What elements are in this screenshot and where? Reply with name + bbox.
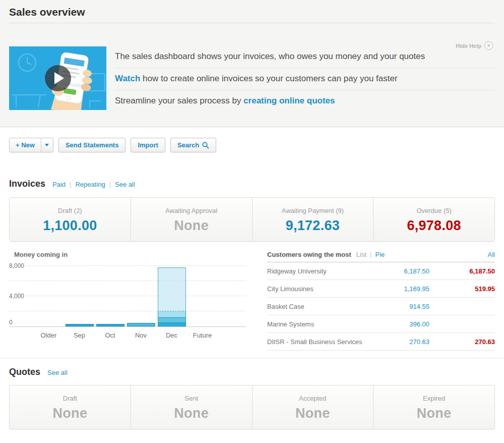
x-axis-label: Sep	[64, 331, 95, 339]
customer-overdue-amount[interactable]: 6,187.50	[429, 267, 495, 275]
creating-online-quotes-link[interactable]: creating online quotes	[243, 96, 335, 105]
quotes-see-all-link[interactable]: See all	[47, 369, 68, 376]
invoices-links: Paid | Repeating | See all	[52, 181, 135, 188]
stat-box-quotes-draft[interactable]: Draft None	[10, 385, 131, 429]
search-button-label: Search	[177, 141, 199, 149]
stat-label: Draft (2)	[10, 207, 131, 214]
customer-row[interactable]: Marine Systems 396.00	[267, 315, 495, 333]
customers-all-link[interactable]: All	[488, 251, 495, 258]
stat-box-quotes-expired[interactable]: Expired None	[373, 385, 494, 429]
help-line-1-text: The sales dashboard shows your invoices,…	[115, 51, 425, 61]
x-axis-label: Older	[33, 331, 64, 339]
stat-label: Sent	[131, 395, 252, 402]
title-divider	[9, 23, 495, 23]
stat-box-draft[interactable]: Draft (2) 1,100.00	[10, 198, 131, 241]
customer-overdue-amount[interactable]	[429, 320, 495, 328]
chart-bar-sep[interactable]	[64, 324, 95, 326]
page-title: Sales overview	[9, 0, 495, 18]
help-text-lines: The sales dashboard shows your invoices,…	[115, 46, 495, 112]
stat-label: Accepted	[253, 395, 373, 402]
video-thumbnail[interactable]: \u00a3500	[9, 46, 106, 110]
bar-segment[interactable]	[66, 324, 94, 326]
stat-box-quotes-accepted[interactable]: Accepted None	[252, 385, 373, 429]
section-divider	[0, 358, 504, 358]
bar-segment[interactable]	[158, 311, 186, 318]
chart-plot-area: 04,0008,000	[9, 260, 246, 327]
customer-name[interactable]: DIISR - Small Business Services	[267, 338, 369, 346]
customer-owing-amount[interactable]: 914.55	[369, 303, 429, 310]
help-line-3: Streamline your sales process by creatin…	[115, 90, 495, 112]
stat-value: None	[373, 406, 494, 421]
invoices-title: Invoices	[9, 179, 45, 189]
stat-value: 9,172.63	[253, 218, 373, 234]
stat-label: Overdue (5)	[373, 207, 494, 214]
customer-overdue-amount[interactable]	[429, 303, 495, 310]
top-band: Sales overview Hide Help ×	[0, 0, 504, 127]
stat-box-awaiting-payment[interactable]: Awaiting Payment (9) 9,172.63	[252, 198, 373, 241]
customer-overdue-amount[interactable]: 270.63	[429, 338, 495, 346]
bar-segment[interactable]	[127, 323, 155, 326]
send-statements-button[interactable]: Send Statements	[58, 138, 125, 152]
hide-help-label[interactable]: Hide Help	[456, 43, 481, 49]
stat-value: None	[131, 406, 252, 421]
customer-overdue-amount[interactable]: 519.95	[429, 285, 495, 293]
help-panel: \u00a3500 The sales dashboard shows your…	[9, 46, 495, 112]
chart-bars	[9, 268, 246, 326]
customer-row[interactable]: City Limousines 1,169.95 519.95	[267, 280, 495, 298]
customer-row[interactable]: Basket Case 914.55	[267, 298, 495, 315]
invoices-see-all-link[interactable]: See all	[115, 181, 135, 188]
customer-row[interactable]: DIISR - Small Business Services 270.63 2…	[267, 333, 495, 351]
bar-segment[interactable]	[158, 322, 186, 326]
import-button[interactable]: Import	[131, 138, 165, 152]
chart-bar-oct[interactable]	[95, 324, 125, 326]
main-content: + New Send Statements Import Search Invo…	[0, 138, 504, 429]
customer-name[interactable]: Basket Case	[267, 303, 369, 310]
search-button[interactable]: Search	[170, 138, 216, 152]
stat-box-quotes-sent[interactable]: Sent None	[131, 385, 252, 429]
customer-owing-amount[interactable]: 6,187.50	[369, 267, 429, 275]
customer-name[interactable]: City Limousines	[267, 285, 369, 293]
new-button[interactable]: + New	[9, 138, 53, 152]
bar-segment[interactable]	[96, 324, 124, 326]
invoices-section-head: Invoices Paid | Repeating | See all	[9, 179, 495, 189]
chart-bar-dec[interactable]	[156, 268, 187, 326]
help-line-2: Watch how to create online invoices so y…	[115, 68, 495, 90]
stat-box-awaiting-approval[interactable]: Awaiting Approval None	[131, 198, 252, 241]
stat-value: None	[10, 406, 131, 421]
stat-label: Awaiting Payment (9)	[253, 207, 373, 214]
customer-owing-amount[interactable]: 396.00	[369, 320, 429, 328]
watch-link[interactable]: Watch	[115, 74, 140, 83]
customers-head: Customers owing the most List | Pie All	[267, 251, 495, 262]
gridline	[9, 296, 246, 296]
customer-name[interactable]: Marine Systems	[267, 320, 369, 328]
new-button-label[interactable]: + New	[10, 141, 41, 149]
gridline	[9, 265, 246, 266]
y-axis-label: 8,000	[9, 262, 27, 269]
view-pie-toggle[interactable]: Pie	[375, 251, 385, 258]
help-line-2-text: how to create online invoices so your cu…	[140, 74, 397, 83]
quotes-section-head: Quotes See all	[9, 367, 495, 377]
bar-segment[interactable]	[158, 267, 186, 311]
customer-name[interactable]: Ridgeway University	[267, 267, 369, 275]
help-line-1: The sales dashboard shows your invoices,…	[115, 46, 495, 68]
search-icon	[202, 142, 209, 149]
close-icon[interactable]: ×	[484, 41, 493, 50]
chart-bar-nov[interactable]	[125, 323, 156, 326]
stat-value: 6,978.08	[373, 218, 494, 234]
help-line-3-text: Streamline your sales process by	[115, 96, 243, 105]
x-axis-label: Dec	[156, 331, 187, 339]
stat-label: Draft	[10, 395, 131, 402]
hide-help-control[interactable]: Hide Help ×	[456, 41, 493, 50]
money-coming-in-chart: Money coming in 04,0008,000 OlderSepOctN…	[9, 251, 246, 351]
view-list-toggle[interactable]: List	[356, 251, 366, 258]
customer-owing-amount[interactable]: 270.63	[369, 338, 429, 346]
invoices-repeating-link[interactable]: Repeating	[75, 181, 105, 188]
invoices-paid-link[interactable]: Paid	[52, 181, 66, 188]
customer-owing-amount[interactable]: 1,169.95	[369, 285, 429, 293]
customer-row[interactable]: Ridgeway University 6,187.50 6,187.50	[267, 262, 495, 280]
new-dropdown-toggle[interactable]	[41, 138, 53, 152]
chart-title: Money coming in	[14, 251, 246, 258]
stat-box-overdue[interactable]: Overdue (5) 6,978.08	[373, 198, 494, 241]
play-icon[interactable]	[45, 65, 71, 91]
customers-view-toggle: List | Pie	[356, 251, 385, 258]
